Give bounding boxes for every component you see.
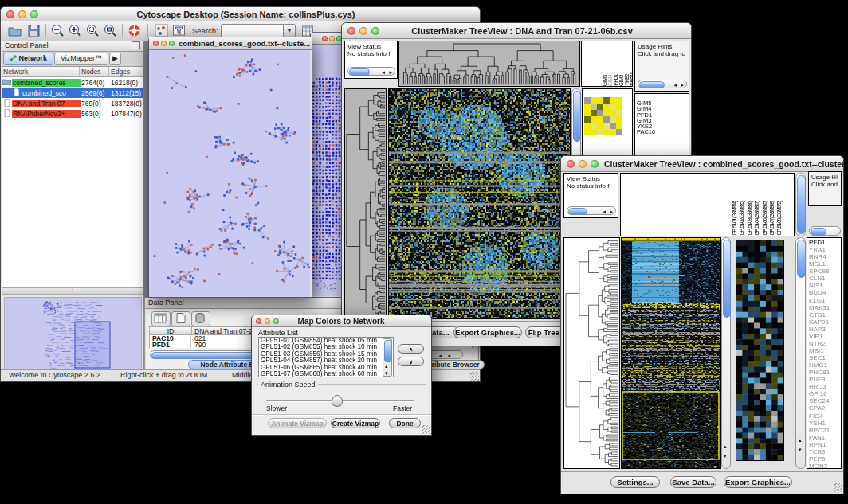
- matrix-cell[interactable]: [591, 116, 597, 123]
- scroll-down-icon[interactable]: ▾: [724, 453, 727, 459]
- zoom-fit-button[interactable]: [103, 23, 118, 38]
- zoom-out-button[interactable]: [50, 23, 65, 38]
- treeview2-titlebar[interactable]: ClusterMaker TreeView : combined_scores_…: [561, 156, 843, 172]
- tab-vizmapper[interactable]: VizMapper™: [54, 53, 108, 65]
- close-icon[interactable]: [153, 41, 159, 46]
- matrix-cell[interactable]: [584, 110, 591, 116]
- row-dendrogram-canvas[interactable]: [345, 89, 386, 318]
- minimize-icon[interactable]: [359, 27, 367, 35]
- animate-vizmap-button[interactable]: Animate Vizmap: [268, 418, 327, 428]
- done-button[interactable]: Done: [389, 418, 421, 428]
- dialog-titlebar[interactable]: Map Colors to Network: [252, 315, 431, 327]
- row-dendrogram-panel[interactable]: [563, 237, 620, 469]
- matrix-cell[interactable]: [591, 123, 597, 129]
- scroll-right-icon[interactable]: ▸: [448, 353, 451, 358]
- gene-labels-vscrollbar[interactable]: ▴ ▾: [795, 237, 806, 469]
- matrix-cell[interactable]: [591, 104, 597, 110]
- scroll-up-icon[interactable]: ▴: [385, 363, 388, 369]
- matrix-cell[interactable]: [591, 129, 597, 135]
- matrix-cell[interactable]: [584, 97, 591, 104]
- column-dendrogram-canvas[interactable]: [399, 41, 579, 86]
- minimize-icon[interactable]: [579, 160, 587, 168]
- delete-attribute-button[interactable]: [191, 311, 210, 326]
- matrix-cell[interactable]: [616, 123, 622, 129]
- tab-network[interactable]: Network: [3, 53, 53, 65]
- search-input[interactable]: [221, 24, 285, 37]
- view-status-hscrollbar[interactable]: ◂ ▸: [347, 67, 395, 76]
- matrix-cell[interactable]: [616, 104, 622, 110]
- button-export-graphics-[interactable]: Export Graphics...: [453, 326, 522, 338]
- network-row[interactable]: DNA and Tran 07769(0)183728(0): [2, 98, 143, 108]
- matrix-cell[interactable]: [584, 129, 591, 135]
- new-attribute-button[interactable]: [171, 311, 190, 326]
- cytoscape-titlebar[interactable]: Cytoscape Desktop (Session Name: collins…: [1, 7, 480, 21]
- scroll-up-icon[interactable]: ▴: [724, 443, 727, 449]
- column-labels-vscrollbar[interactable]: [795, 173, 806, 236]
- matrix-cell[interactable]: [591, 97, 597, 104]
- zoom-window-icon[interactable]: [169, 41, 175, 46]
- matrix-cell[interactable]: [584, 116, 591, 123]
- row-dendrogram-panel[interactable]: [344, 88, 387, 319]
- matrix-cell[interactable]: [591, 110, 597, 116]
- create-vizmap-button[interactable]: Create Vizmap: [331, 418, 380, 428]
- column-dendrogram-panel[interactable]: [398, 41, 580, 87]
- move-down-button[interactable]: ∨: [398, 357, 424, 366]
- scroll-down-icon[interactable]: ▾: [385, 370, 388, 376]
- treeview1-titlebar[interactable]: ClusterMaker TreeView : DNA and Tran 07-…: [342, 23, 691, 39]
- attribute-select-button[interactable]: [151, 311, 171, 326]
- matrix-cell[interactable]: [597, 104, 603, 110]
- matrix-cell[interactable]: [610, 116, 616, 123]
- button-export-graphics-[interactable]: Export Graphics...: [724, 476, 792, 488]
- help-icon[interactable]: [127, 23, 142, 38]
- button-settings-[interactable]: Settings...: [610, 476, 660, 488]
- close-icon[interactable]: [6, 10, 14, 18]
- matrix-cell[interactable]: [603, 123, 610, 129]
- network-canvas[interactable]: [149, 50, 310, 297]
- network-row[interactable]: combined_sco2569(6)13112(15): [2, 88, 143, 98]
- scroll-right-icon[interactable]: ▸: [389, 69, 392, 75]
- close-icon[interactable]: [567, 160, 575, 168]
- matrix-cell[interactable]: [616, 129, 622, 135]
- matrix-cell[interactable]: [597, 129, 603, 135]
- minimize-icon[interactable]: [18, 10, 26, 18]
- scroll-left-icon[interactable]: ◂: [438, 353, 442, 358]
- heatmap-vscrollbar[interactable]: ▴ ▾: [721, 237, 731, 469]
- zoom-heatmap-canvas[interactable]: [736, 240, 783, 460]
- matrix-cell[interactable]: [603, 97, 610, 104]
- button-save-data-[interactable]: Save Data...: [670, 476, 716, 488]
- resize-grip[interactable]: [422, 425, 430, 434]
- matrix-cell[interactable]: [610, 97, 616, 104]
- matrix-cell[interactable]: [597, 123, 603, 129]
- save-button[interactable]: [26, 23, 41, 38]
- network-window-2-titlebar[interactable]: [311, 33, 344, 45]
- zoom-window-icon[interactable]: [591, 160, 599, 168]
- search-dropdown-arrow-icon[interactable]: ▼: [283, 24, 296, 37]
- speed-slider-thumb[interactable]: [332, 395, 343, 407]
- matrix-cell[interactable]: [603, 104, 610, 110]
- attribute-list-vscrollbar[interactable]: ▴ ▾: [383, 338, 392, 377]
- usage-hints-hscrollbar[interactable]: [809, 226, 841, 236]
- matrix-cell[interactable]: [616, 97, 622, 104]
- zoom-window-icon[interactable]: [273, 318, 279, 324]
- heatmap-canvas[interactable]: [622, 238, 720, 468]
- matrix-cell[interactable]: [597, 97, 603, 104]
- matrix-cell[interactable]: [616, 116, 622, 123]
- resize-grip[interactable]: [834, 483, 842, 492]
- matrix-cell[interactable]: [597, 110, 603, 116]
- matrix-cell[interactable]: [610, 110, 616, 116]
- matrix-cell[interactable]: [597, 116, 603, 123]
- matrix-cell[interactable]: [584, 123, 591, 129]
- zoom-region-button[interactable]: [85, 23, 100, 38]
- zoom-in-button[interactable]: [68, 23, 83, 38]
- float-panel-icon[interactable]: [132, 41, 140, 49]
- matrix-cell[interactable]: [584, 104, 591, 110]
- resize-grip[interactable]: [470, 372, 479, 381]
- zoom-window-icon[interactable]: [371, 27, 379, 35]
- close-icon[interactable]: [256, 318, 261, 324]
- open-button[interactable]: [7, 23, 22, 38]
- scroll-right-icon[interactable]: ▸: [681, 82, 684, 88]
- scroll-up-icon[interactable]: ▴: [799, 437, 802, 443]
- network-row[interactable]: combined_scores2764(0)16218(0): [2, 77, 143, 88]
- minimize-icon[interactable]: [329, 36, 335, 41]
- attribute-list[interactable]: GPL51-01 (GSM854) heat shock 05 minGPL51…: [258, 337, 394, 377]
